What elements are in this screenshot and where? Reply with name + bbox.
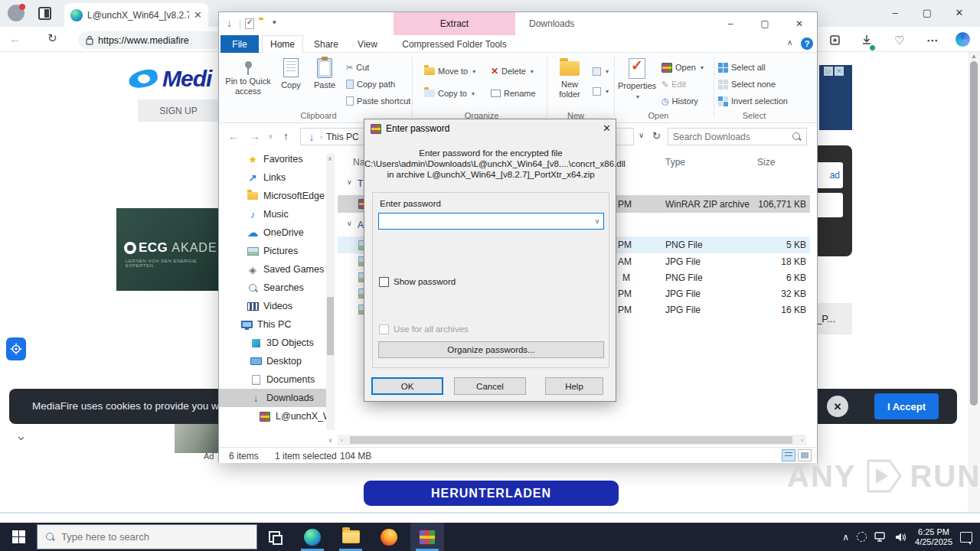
copy-to-button[interactable]: Copy to ▾	[424, 86, 475, 101]
page-location-icon[interactable]	[6, 337, 26, 360]
easy-access-button[interactable]: ▾	[593, 83, 609, 99]
cancel-button[interactable]: Cancel	[454, 377, 526, 395]
ad-close-icon[interactable]: ✕	[835, 67, 844, 76]
taskbar-firefox-button[interactable]	[372, 523, 406, 551]
help-icon[interactable]: ?	[801, 37, 813, 50]
use-for-all-checkbox[interactable]	[379, 324, 389, 334]
new-folder-button[interactable]: New folder	[550, 57, 590, 99]
tray-expand-icon[interactable]: ∧	[842, 532, 849, 543]
browser-refresh-icon[interactable]: ↻	[47, 31, 57, 45]
scroll-right-icon[interactable]: ›	[801, 437, 803, 444]
herunterladen-button[interactable]: HERUNTERLADEN	[364, 481, 619, 506]
move-to-button[interactable]: Move to ▾	[424, 64, 475, 79]
taskbar-clock[interactable]: 6:25 PM 4/25/2025	[915, 527, 952, 547]
nav-back-icon[interactable]: ←	[228, 130, 239, 142]
cookie-close-button[interactable]: ✕	[827, 396, 848, 417]
explorer-search-input[interactable]	[673, 132, 792, 142]
group-collapse-icon[interactable]: ∨	[347, 178, 352, 186]
paste-shortcut-button[interactable]: Paste shortcut	[346, 93, 410, 109]
explorer-search-box[interactable]	[668, 128, 807, 145]
browser-menu-icon[interactable]: ⋯	[926, 34, 938, 47]
browser-address-bar[interactable]: https://www.mediafire	[78, 31, 228, 49]
invert-selection-button[interactable]: Invert selection	[718, 93, 788, 109]
explorer-minimize-button[interactable]: –	[717, 12, 743, 35]
taskbar-search-input[interactable]	[61, 531, 249, 543]
nav-history-icon[interactable]: ∨	[268, 132, 273, 140]
rename-button[interactable]: Rename	[491, 86, 536, 101]
sidebar-item-3d-objects[interactable]: 3D Objects	[219, 334, 326, 352]
browser-minimize-button[interactable]: –	[879, 0, 911, 24]
cut-button[interactable]: ✂ Cut	[346, 60, 369, 75]
sidebar-item-favorites[interactable]: Favorites	[219, 150, 326, 168]
sidebar-item-links[interactable]: Links	[219, 168, 326, 187]
taskbar-explorer-button[interactable]	[334, 523, 368, 551]
qat-customize-icon[interactable]: ▾	[273, 18, 276, 26]
sidebar-item-music[interactable]: Music	[219, 205, 326, 223]
scrollbar-up-icon[interactable]: ▲	[971, 53, 977, 60]
breadcrumb-this-pc[interactable]: This PC	[326, 132, 359, 142]
ok-button[interactable]: OK	[371, 377, 443, 395]
sidebar-item-onedrive[interactable]: OneDrive	[219, 223, 326, 242]
browser-tab[interactable]: L@unchX_Win64_[v8.2.7]_PortX ✕	[64, 3, 208, 27]
qat-properties-icon[interactable]	[245, 18, 254, 29]
password-combobox[interactable]: ∨	[378, 213, 604, 230]
tray-app-icon[interactable]	[857, 532, 867, 542]
sidebar-item-saved-games[interactable]: Saved Games	[219, 260, 326, 279]
scroll-left-icon[interactable]: ‹	[341, 437, 343, 444]
cookie-accept-button[interactable]: I Accept	[874, 393, 939, 419]
signup-button[interactable]: SIGN UP	[140, 99, 217, 122]
collections-icon[interactable]	[828, 34, 841, 49]
nav-scrollbar-thumb[interactable]	[327, 297, 334, 355]
adchoices-icon[interactable]: ▷	[824, 67, 833, 76]
show-password-checkbox[interactable]	[379, 277, 389, 287]
explorer-close-button[interactable]: ✕	[786, 12, 812, 35]
help-button[interactable]: Help	[545, 377, 603, 395]
sidebar-item-this-pc[interactable]: This PC	[219, 315, 326, 334]
browser-back-icon[interactable]: ←	[9, 32, 21, 46]
taskbar-edge-button[interactable]	[296, 523, 329, 551]
horizontal-scrollbar[interactable]: ‹ ›	[338, 435, 806, 445]
copilot-icon[interactable]	[956, 32, 970, 47]
tab-close-icon[interactable]: ✕	[194, 9, 202, 21]
browser-essentials-icon[interactable]: ♡	[894, 34, 904, 47]
volume-icon[interactable]	[895, 532, 907, 543]
network-icon[interactable]	[874, 532, 887, 543]
address-dropdown-icon[interactable]: ∨	[639, 131, 644, 139]
nav-forward-icon[interactable]: →	[250, 130, 260, 142]
sidebar-item-downloads[interactable]: Downloads	[219, 389, 326, 407]
open-button[interactable]: Open ▾	[662, 60, 704, 75]
task-view-button[interactable]	[257, 523, 291, 551]
workspaces-icon[interactable]	[38, 7, 51, 20]
delete-button[interactable]: ✕ Delete ▾	[491, 64, 534, 79]
taskbar-search-box[interactable]	[37, 524, 257, 549]
history-button[interactable]: ◷ History	[662, 93, 698, 109]
copy-button[interactable]: Copy	[274, 57, 308, 90]
tab-share[interactable]: Share	[306, 35, 346, 53]
dialog-titlebar[interactable]: Enter password ✕	[364, 119, 616, 138]
password-input[interactable]	[379, 214, 591, 228]
nav-scroll-up-icon[interactable]: ∧	[328, 155, 332, 162]
select-none-button[interactable]: Select none	[718, 77, 776, 92]
properties-button[interactable]: Properties ▾	[617, 57, 657, 102]
mediafire-logo[interactable]: Medi	[129, 64, 211, 93]
select-all-button[interactable]: Select all	[718, 60, 766, 75]
browser-restore-button[interactable]: ▢	[911, 0, 943, 24]
sidebar-item-searches[interactable]: Searches	[219, 279, 326, 297]
sidebar-item-desktop[interactable]: Desktop	[219, 352, 326, 370]
qat-downloads-icon[interactable]: ↓	[227, 17, 232, 29]
sidebar-item-microsoftedge[interactable]: MicrosoftEdge	[219, 187, 326, 205]
start-button[interactable]	[0, 523, 37, 551]
page-collapse-icon[interactable]: ⌄	[15, 427, 27, 444]
column-header-size[interactable]: Size	[757, 157, 775, 168]
show-password-label[interactable]: Show password	[394, 277, 456, 286]
tab-home[interactable]: Home	[262, 35, 303, 53]
tab-compressed-folder-tools[interactable]: Compressed Folder Tools	[394, 35, 515, 53]
new-item-button[interactable]: ▾	[593, 64, 609, 79]
address-refresh-icon[interactable]: ↻	[652, 130, 661, 142]
organize-passwords-button[interactable]: Organize passwords...	[378, 341, 604, 358]
browser-scrollbar-thumb[interactable]	[970, 61, 978, 406]
nav-up-icon[interactable]: ↑	[283, 130, 289, 142]
browser-close-button[interactable]: ✕	[943, 0, 975, 24]
sidebar-item-videos[interactable]: Videos	[219, 297, 326, 315]
sidebar-item-pictures[interactable]: Pictures	[219, 242, 326, 260]
